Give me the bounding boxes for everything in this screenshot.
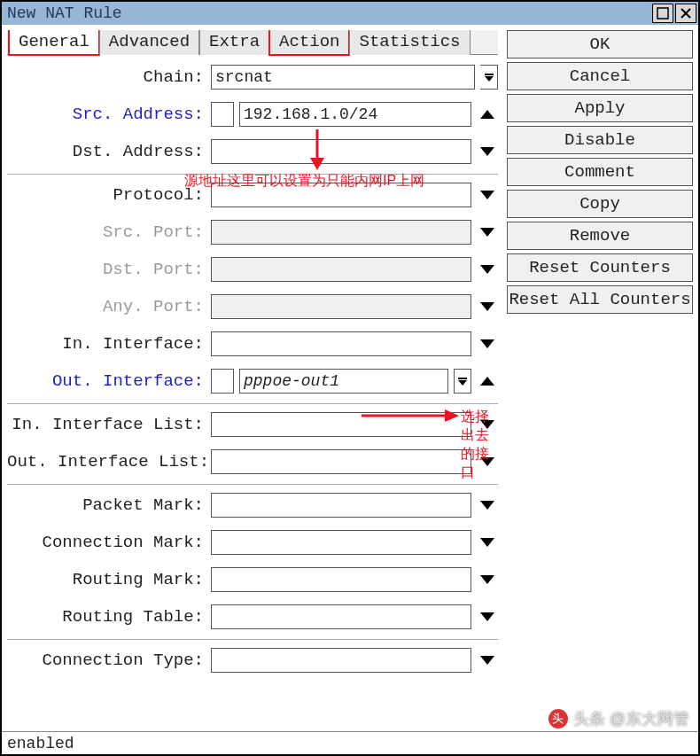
row-routing-mark: Routing Mark: (7, 561, 498, 598)
row-routing-table: Routing Table: (7, 598, 498, 635)
watermark-text: 头条 @东大网管 (573, 708, 689, 729)
out-interface-list-expand-icon[interactable] (477, 449, 498, 474)
routing-table-input[interactable] (211, 604, 471, 629)
row-in-interface: In. Interface: (7, 325, 498, 362)
protocol-expand-icon[interactable] (477, 183, 498, 207)
any-port-expand-icon (477, 294, 498, 319)
remove-button[interactable]: Remove (507, 222, 693, 250)
row-connection-mark: Connection Mark: (7, 524, 498, 561)
chain-label: Chain: (7, 67, 206, 87)
routing-mark-input[interactable] (211, 567, 471, 592)
any-port-input (211, 294, 471, 319)
row-src-port: Src. Port: (7, 214, 498, 251)
minimize-button[interactable] (652, 4, 673, 23)
src-port-expand-icon (477, 220, 498, 245)
button-column: OK Cancel Apply Disable Comment Copy Rem… (507, 30, 693, 731)
watermark: 头 头条 @东大网管 (548, 708, 689, 729)
in-interface-expand-icon[interactable] (477, 331, 498, 356)
copy-button[interactable]: Copy (507, 190, 693, 218)
body: General Advanced Extra Action Statistics… (2, 25, 698, 731)
out-interface-input[interactable]: pppoe-out1 (239, 369, 448, 394)
src-address-collapse-icon[interactable] (477, 102, 498, 127)
routing-mark-label: Routing Mark: (7, 570, 206, 589)
connection-type-expand-icon[interactable] (477, 648, 498, 673)
row-packet-mark: Packet Mark: (7, 487, 498, 524)
chain-dropdown-icon[interactable] (480, 65, 498, 90)
connection-type-input[interactable] (211, 648, 471, 673)
svg-rect-0 (657, 8, 668, 19)
out-interface-collapse-icon[interactable] (477, 369, 498, 394)
row-dst-address: Dst. Address: (7, 133, 498, 170)
out-interface-dropdown-icon[interactable] (454, 369, 471, 394)
connection-type-label: Connection Type: (7, 651, 206, 670)
row-in-interface-list: In. Interface List: (7, 406, 498, 443)
tab-general[interactable]: General (9, 30, 99, 55)
in-interface-input[interactable] (211, 331, 471, 356)
protocol-input[interactable] (211, 183, 471, 207)
src-address-not-checkbox[interactable] (211, 102, 234, 127)
divider (7, 484, 498, 485)
apply-button[interactable]: Apply (507, 94, 693, 122)
reset-all-counters-button[interactable]: Reset All Counters (507, 285, 693, 314)
window-title: New NAT Rule (7, 4, 650, 22)
packet-mark-expand-icon[interactable] (477, 493, 498, 518)
out-interface-list-label: Out. Interface List: (7, 452, 206, 472)
row-any-port: Any. Port: (7, 288, 498, 325)
connection-mark-expand-icon[interactable] (477, 530, 498, 555)
dst-port-input (211, 257, 471, 282)
row-src-address: Src. Address: 192.168.1.0/24 (7, 96, 498, 133)
tab-strip: General Advanced Extra Action Statistics (7, 30, 498, 55)
form-column: General Advanced Extra Action Statistics… (7, 30, 498, 731)
tab-extra[interactable]: Extra (199, 30, 269, 55)
dst-address-input[interactable] (211, 139, 471, 164)
row-dst-port: Dst. Port: (7, 251, 498, 288)
tab-advanced[interactable]: Advanced (99, 30, 199, 55)
status-text: enabled (7, 735, 74, 752)
tab-statistics[interactable]: Statistics (349, 30, 470, 55)
ok-button[interactable]: OK (507, 30, 693, 58)
routing-table-label: Routing Table: (7, 607, 206, 627)
in-interface-list-expand-icon[interactable] (477, 412, 498, 437)
status-bar: enabled (2, 731, 698, 754)
src-address-label: Src. Address: (7, 105, 206, 124)
dst-address-expand-icon[interactable] (477, 139, 498, 164)
reset-counters-button[interactable]: Reset Counters (507, 253, 693, 282)
connection-mark-input[interactable] (211, 530, 471, 555)
row-out-interface: Out. Interface: pppoe-out1 (7, 362, 498, 400)
dst-address-label: Dst. Address: (7, 142, 206, 161)
row-out-interface-list: Out. Interface List: (7, 443, 498, 480)
cancel-button[interactable]: Cancel (507, 62, 693, 90)
packet-mark-label: Packet Mark: (7, 495, 206, 515)
routing-mark-expand-icon[interactable] (477, 567, 498, 592)
out-interface-label: Out. Interface: (7, 371, 206, 391)
watermark-logo-icon: 头 (548, 709, 568, 729)
window: New NAT Rule General Advanced Extra Acti… (0, 0, 700, 756)
src-port-label: Src. Port: (7, 222, 206, 242)
protocol-label: Protocol: (7, 185, 206, 205)
row-chain: Chain: srcnat (7, 58, 498, 96)
comment-button[interactable]: Comment (507, 158, 693, 186)
dst-port-expand-icon (477, 257, 498, 282)
divider (7, 174, 498, 175)
dst-port-label: Dst. Port: (7, 260, 206, 279)
out-interface-list-input[interactable] (211, 449, 471, 474)
divider (7, 403, 498, 404)
row-protocol: Protocol: (7, 176, 498, 214)
in-interface-list-label: In. Interface List: (7, 415, 206, 434)
in-interface-list-input[interactable] (211, 412, 471, 437)
packet-mark-input[interactable] (211, 493, 471, 518)
disable-button[interactable]: Disable (507, 126, 693, 154)
connection-mark-label: Connection Mark: (7, 533, 206, 552)
close-button[interactable] (675, 4, 696, 23)
row-connection-type: Connection Type: (7, 642, 498, 679)
titlebar: New NAT Rule (2, 2, 698, 25)
chain-input[interactable]: srcnat (211, 65, 475, 90)
src-port-input (211, 220, 471, 245)
divider (7, 639, 498, 640)
out-interface-not-checkbox[interactable] (211, 369, 234, 394)
src-address-input[interactable]: 192.168.1.0/24 (239, 102, 471, 127)
in-interface-label: In. Interface: (7, 334, 206, 354)
any-port-label: Any. Port: (7, 297, 206, 316)
tab-action[interactable]: Action (269, 30, 349, 55)
routing-table-expand-icon[interactable] (477, 604, 498, 629)
